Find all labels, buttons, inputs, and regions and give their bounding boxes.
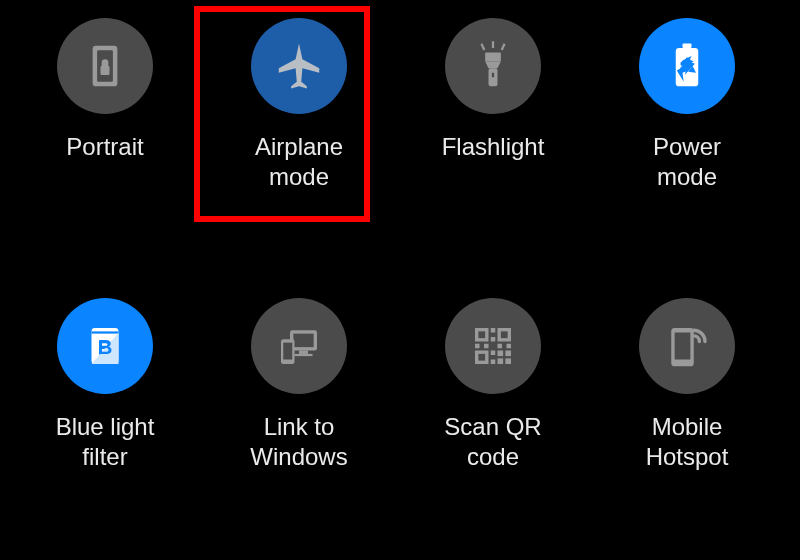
tile-power-mode-label: Power mode [602, 132, 772, 192]
svg-rect-26 [478, 354, 485, 361]
tile-blue-light-filter-label: Blue light filter [20, 412, 190, 472]
quick-settings-panel: Portrait Airplane mode [0, 0, 800, 560]
tile-portrait[interactable]: Portrait [20, 18, 190, 162]
svg-rect-29 [498, 358, 504, 364]
airplane-icon [272, 39, 326, 93]
qr-code-icon [466, 319, 520, 373]
svg-rect-22 [478, 331, 485, 338]
tile-link-to-windows[interactable]: Link to Windows [214, 298, 384, 472]
svg-rect-7 [480, 43, 485, 50]
svg-rect-31 [491, 328, 496, 333]
svg-text:B: B [98, 336, 113, 358]
svg-rect-38 [507, 344, 512, 349]
tile-scan-qr-code-label: Scan QR code [408, 412, 578, 472]
tile-airplane-mode-label: Airplane mode [214, 132, 384, 192]
flashlight-icon [466, 39, 520, 93]
tile-airplane-mode[interactable]: Airplane mode [214, 18, 384, 192]
svg-rect-30 [505, 358, 511, 364]
svg-rect-37 [498, 344, 503, 349]
svg-rect-8 [501, 43, 506, 50]
tile-flashlight-circle [445, 18, 541, 114]
svg-rect-18 [295, 354, 313, 356]
svg-rect-5 [492, 73, 494, 78]
tile-flashlight[interactable]: Flashlight [408, 18, 578, 162]
link-to-windows-icon [272, 319, 326, 373]
svg-rect-28 [505, 351, 511, 357]
svg-rect-20 [283, 343, 292, 360]
portrait-lock-icon [78, 39, 132, 93]
tile-blue-light-filter-circle: B B [57, 298, 153, 394]
svg-rect-17 [299, 351, 308, 354]
svg-rect-40 [675, 333, 691, 360]
tile-flashlight-label: Flashlight [408, 132, 578, 162]
svg-rect-35 [475, 344, 480, 349]
tile-mobile-hotspot[interactable]: Mobile Hotspot [602, 298, 772, 472]
power-mode-icon [660, 39, 714, 93]
svg-rect-3 [485, 53, 501, 62]
svg-rect-24 [501, 331, 508, 338]
svg-rect-16 [293, 334, 313, 348]
tile-power-mode-circle [639, 18, 735, 114]
svg-rect-2 [101, 66, 110, 75]
svg-rect-27 [498, 351, 504, 357]
tile-mobile-hotspot-circle [639, 298, 735, 394]
tile-power-mode[interactable]: Power mode [602, 18, 772, 192]
svg-rect-36 [484, 344, 489, 349]
svg-rect-34 [491, 360, 496, 365]
svg-rect-6 [492, 41, 494, 48]
tile-blue-light-filter[interactable]: B B Blue light filter [20, 298, 190, 472]
svg-point-41 [681, 361, 685, 365]
tile-scan-qr-code-circle [445, 298, 541, 394]
mobile-hotspot-icon [660, 319, 714, 373]
svg-rect-32 [491, 337, 496, 342]
svg-rect-33 [491, 351, 496, 356]
tile-scan-qr-code[interactable]: Scan QR code [408, 298, 578, 472]
blue-light-filter-icon: B B [78, 319, 132, 373]
svg-rect-9 [683, 44, 692, 49]
tile-link-to-windows-label: Link to Windows [214, 412, 384, 472]
tile-mobile-hotspot-label: Mobile Hotspot [602, 412, 772, 472]
tile-airplane-mode-circle [251, 18, 347, 114]
tile-portrait-circle [57, 18, 153, 114]
tile-portrait-label: Portrait [20, 132, 190, 162]
tile-link-to-windows-circle [251, 298, 347, 394]
